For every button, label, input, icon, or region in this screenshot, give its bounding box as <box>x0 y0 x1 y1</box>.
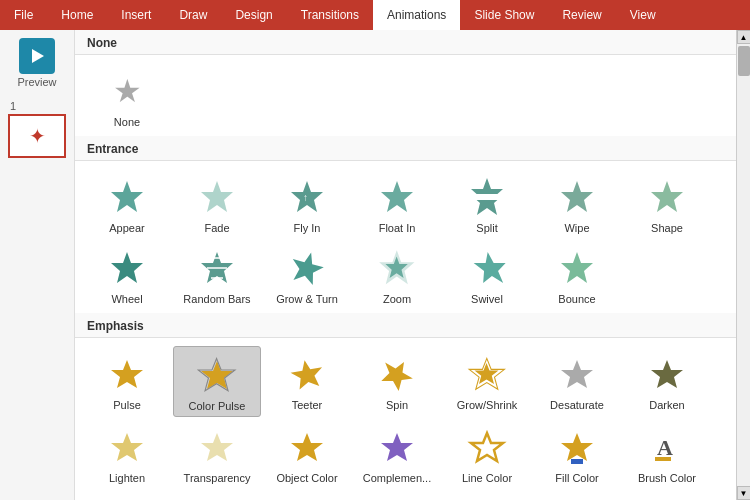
anim-teeter[interactable]: Teeter <box>263 346 351 417</box>
menu-transitions[interactable]: Transitions <box>287 0 373 30</box>
anim-appear[interactable]: Appear <box>83 169 171 238</box>
anim-transparency[interactable]: Transparency <box>173 419 261 488</box>
anim-fly-in[interactable]: ↑ Fly In <box>263 169 351 238</box>
anim-font-color-icon: A <box>103 494 151 500</box>
anim-bold-reveal-icon: B <box>373 494 421 500</box>
anim-grow-turn[interactable]: Grow & Turn <box>263 240 351 309</box>
main-body: Preview 1 ✦ None ★ <box>0 30 750 500</box>
anim-swivel-icon <box>463 244 511 292</box>
anim-darken[interactable]: Darken <box>623 346 711 417</box>
anim-fade[interactable]: Fade <box>173 169 261 238</box>
menu-insert[interactable]: Insert <box>107 0 165 30</box>
anim-wipe-label: Wipe <box>564 222 589 234</box>
scroll-thumb[interactable] <box>738 46 750 76</box>
anim-underline[interactable]: U Underline <box>173 490 261 500</box>
anim-brush-color-label: Brush Color <box>638 472 696 484</box>
scroll-down-button[interactable]: ▼ <box>737 486 751 500</box>
menu-file[interactable]: File <box>0 0 47 30</box>
svg-marker-11 <box>651 181 683 212</box>
section-emphasis-label: Emphasis <box>75 313 736 338</box>
anim-complement[interactable]: Complemen... <box>353 419 441 488</box>
menu-view[interactable]: View <box>616 0 670 30</box>
svg-marker-20 <box>472 252 507 283</box>
anim-swivel[interactable]: Swivel <box>443 240 531 309</box>
anim-line-color-icon <box>463 423 511 471</box>
anim-teeter-icon <box>283 350 331 398</box>
svg-text:↑: ↑ <box>303 192 308 203</box>
entrance-grid: Appear Fade ↑ Fly In <box>75 161 736 313</box>
anim-bold-reveal[interactable]: B Bold Reveal <box>353 490 441 500</box>
anim-wave-icon: A <box>463 494 511 500</box>
anim-none-icon: ★ <box>103 67 151 115</box>
anim-none[interactable]: ★ None <box>83 63 171 132</box>
section-none-label: None <box>75 30 736 55</box>
anim-wipe[interactable]: Wipe <box>533 169 621 238</box>
anim-complement-icon <box>373 423 421 471</box>
menu-home[interactable]: Home <box>47 0 107 30</box>
scroll-track <box>737 44 751 486</box>
anim-darken-icon <box>643 350 691 398</box>
anim-fade-icon <box>193 173 241 221</box>
anim-bounce-icon <box>553 244 601 292</box>
svg-marker-17 <box>288 248 327 286</box>
svg-marker-0 <box>32 49 44 63</box>
anim-teeter-label: Teeter <box>292 399 323 411</box>
menu-animations[interactable]: Animations <box>373 0 460 30</box>
anim-zoom[interactable]: Zoom <box>353 240 441 309</box>
anim-random-bars[interactable]: Random Bars <box>173 240 261 309</box>
anim-grow-shrink[interactable]: Grow/Shrink <box>443 346 531 417</box>
anim-lighten-label: Lighten <box>109 472 145 484</box>
anim-color-pulse[interactable]: Color Pulse <box>173 346 261 417</box>
anim-spin-label: Spin <box>386 399 408 411</box>
menu-review[interactable]: Review <box>548 0 615 30</box>
anim-wheel-icon <box>103 244 151 292</box>
anim-brush-color[interactable]: A Brush Color <box>623 419 711 488</box>
anim-desaturate-icon <box>553 350 601 398</box>
anim-float-in[interactable]: Float In <box>353 169 441 238</box>
anim-fade-label: Fade <box>204 222 229 234</box>
anim-pulse-label: Pulse <box>113 399 141 411</box>
anim-desaturate-label: Desaturate <box>550 399 604 411</box>
anim-lighten[interactable]: Lighten <box>83 419 171 488</box>
anim-desaturate[interactable]: Desaturate <box>533 346 621 417</box>
anim-shape[interactable]: Shape <box>623 169 711 238</box>
anim-darken-label: Darken <box>649 399 684 411</box>
menu-draw[interactable]: Draw <box>165 0 221 30</box>
anim-fill-color[interactable]: Fill Color <box>533 419 621 488</box>
anim-bounce[interactable]: Bounce <box>533 240 621 309</box>
anim-pulse-icon <box>103 350 151 398</box>
svg-marker-32 <box>201 433 233 461</box>
anim-split[interactable]: Split <box>443 169 531 238</box>
anim-bold-flash[interactable]: B Bold Flash <box>263 490 351 500</box>
anim-wave[interactable]: A Wave <box>443 490 531 500</box>
anim-bold-flash-icon: B <box>283 494 331 500</box>
anim-grow-shrink-icon <box>463 350 511 398</box>
anim-wheel[interactable]: Wheel <box>83 240 171 309</box>
anim-float-in-icon <box>373 173 421 221</box>
anim-object-color[interactable]: Object Color <box>263 419 351 488</box>
anim-underline-icon: U <box>193 494 241 500</box>
preview-button[interactable]: Preview <box>17 38 56 88</box>
svg-marker-5 <box>381 181 413 212</box>
anim-pulse[interactable]: Pulse <box>83 346 171 417</box>
anim-swivel-label: Swivel <box>471 293 503 305</box>
svg-rect-40 <box>655 457 671 461</box>
anim-spin-icon <box>373 350 421 398</box>
svg-marker-19 <box>379 250 414 284</box>
anim-font-color[interactable]: A Font Color <box>83 490 171 500</box>
anim-zoom-label: Zoom <box>383 293 411 305</box>
slide-number: 1 <box>10 100 16 112</box>
anim-line-color[interactable]: Line Color <box>443 419 531 488</box>
anim-spin[interactable]: Spin <box>353 346 441 417</box>
svg-marker-12 <box>111 252 143 283</box>
scroll-up-button[interactable]: ▲ <box>737 30 751 44</box>
menu-design[interactable]: Design <box>221 0 286 30</box>
slide-thumbnail[interactable]: ✦ <box>8 114 66 158</box>
svg-marker-22 <box>111 360 143 388</box>
menu-slideshow[interactable]: Slide Show <box>460 0 548 30</box>
anim-color-pulse-label: Color Pulse <box>189 400 246 412</box>
anim-fill-color-icon <box>553 423 601 471</box>
anim-shape-label: Shape <box>651 222 683 234</box>
anim-random-bars-label: Random Bars <box>183 293 250 305</box>
svg-marker-36 <box>471 433 503 461</box>
